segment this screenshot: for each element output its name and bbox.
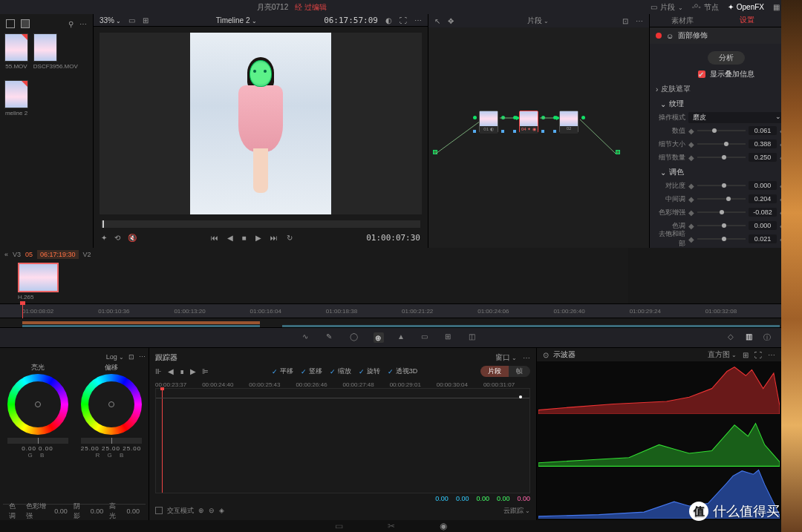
wheel-options-icon[interactable]: ⊡: [128, 353, 134, 361]
keyframe-icon[interactable]: ◆: [688, 182, 694, 190]
keyframe-icon[interactable]: ◆: [688, 235, 694, 243]
tracker-option[interactable]: ✓缩放: [330, 367, 351, 376]
wheel-jog[interactable]: [7, 438, 68, 444]
param-value[interactable]: 0.000: [749, 221, 777, 230]
curves-icon[interactable]: ∿: [302, 332, 313, 343]
node-editor[interactable]: ↖ ✥ 片段 ⊡ ⋯ 01 ◐ 04 ✦ ◉ 02: [428, 14, 649, 248]
key-icon[interactable]: ▭: [421, 332, 431, 343]
param-slider[interactable]: [697, 238, 746, 240]
param-value[interactable]: 0.000: [749, 181, 777, 190]
scopes-icon[interactable]: ▥: [746, 332, 756, 343]
param-slider[interactable]: [697, 143, 746, 145]
keyframe-icon[interactable]: ◆: [688, 154, 694, 162]
tracker-option[interactable]: ✓竖移: [301, 367, 322, 376]
color-node[interactable]: 04 ✦ ◉: [519, 111, 538, 133]
scope-expand-icon[interactable]: ⛶: [754, 351, 762, 359]
reverse-icon[interactable]: «: [4, 251, 8, 258]
info-icon[interactable]: ⓘ: [763, 332, 774, 343]
viewer-canvas[interactable]: [100, 33, 422, 214]
clip-thumb[interactable]: meline 2: [4, 80, 28, 116]
add-point-icon[interactable]: ⊕: [198, 507, 204, 514]
keyframe-icon[interactable]: ◆: [688, 127, 694, 135]
tracker-playhead[interactable]: [162, 389, 163, 493]
param-value[interactable]: 0.021: [749, 234, 777, 243]
mode-select[interactable]: 磨皮⌄: [688, 112, 786, 123]
graph-output[interactable]: [616, 150, 620, 154]
section-texture[interactable]: ⌄纹理: [656, 99, 796, 109]
analyze-button[interactable]: 分析: [708, 51, 745, 65]
wheel-jog[interactable]: [81, 438, 142, 444]
tracker-option[interactable]: ✓平移: [272, 367, 293, 376]
qualifier-icon[interactable]: ✎: [326, 332, 336, 343]
last-frame-button[interactable]: ⏭: [270, 234, 278, 242]
split-icon[interactable]: ⊞: [143, 16, 149, 24]
param-slider[interactable]: [697, 211, 746, 213]
zoom-dropdown[interactable]: 33%: [100, 16, 121, 24]
keyframe-icon[interactable]: ◆: [688, 222, 694, 230]
stop-button[interactable]: ■: [242, 234, 247, 242]
track-v3[interactable]: V3: [13, 251, 21, 258]
enable-dot-icon[interactable]: [656, 33, 662, 39]
zoom-to-fit-icon[interactable]: ⊡: [622, 17, 628, 25]
grid-view-icon[interactable]: [21, 19, 30, 28]
blur-icon[interactable]: ▲: [397, 332, 408, 343]
record-timecode[interactable]: 01:00:07:30: [366, 233, 420, 243]
loop-mode-icon[interactable]: ⟲: [114, 234, 120, 242]
track-forward-icon[interactable]: ▶: [190, 367, 196, 375]
keyframe-icon[interactable]: ◆: [688, 140, 694, 148]
section-skin-mask[interactable]: ›皮肤遮罩: [656, 84, 796, 94]
clip-thumb[interactable]: DSCF3956.MOV: [33, 33, 78, 70]
window-icon[interactable]: ◯: [350, 332, 360, 343]
color-node[interactable]: 02: [559, 111, 578, 133]
color-wheel[interactable]: [81, 374, 142, 435]
track-reverse-icon[interactable]: ◀: [168, 367, 174, 375]
reverse-button[interactable]: ◀: [227, 234, 233, 242]
param-slider[interactable]: [697, 225, 746, 226]
param-value[interactable]: -0.082: [749, 208, 777, 217]
param-slider[interactable]: [697, 130, 746, 131]
tab-gallery[interactable]: ▭片段: [651, 2, 683, 13]
param-slider[interactable]: [697, 198, 746, 200]
tracker-options-icon[interactable]: ⋯: [523, 354, 530, 362]
tracker-ruler[interactable]: 00:00:23:3700:00:24:4000:00:25:4300:00:2…: [155, 381, 530, 388]
tab-openfx[interactable]: ✦OpenFX: [728, 3, 764, 11]
param-value[interactable]: 0.061: [749, 126, 777, 135]
page-color-icon[interactable]: ◉: [440, 521, 447, 531]
scope-options-icon[interactable]: ⋯: [768, 351, 775, 359]
keyframe-icon[interactable]: ◆: [688, 208, 694, 217]
search-icon[interactable]: ⚲: [68, 20, 74, 28]
loop-icon[interactable]: ◐: [385, 16, 392, 24]
param-value[interactable]: 0.204: [749, 194, 777, 203]
overlay-checkbox-row[interactable]: ✔ 显示叠加信息: [656, 69, 796, 79]
timeline-tracks[interactable]: [0, 318, 781, 327]
expand-icon[interactable]: ⛶: [400, 16, 407, 24]
cloud-tracker-select[interactable]: 云跟踪: [503, 506, 530, 516]
tab-nodes[interactable]: ◦ᴼ◦节点: [692, 2, 719, 13]
page-cut-icon[interactable]: ✂: [388, 521, 395, 531]
pill-frame[interactable]: 帧: [509, 366, 530, 377]
color-node[interactable]: 01 ◐: [479, 111, 498, 133]
scope-lock-icon[interactable]: ⊙: [543, 351, 549, 359]
param-value[interactable]: 0.388: [749, 139, 777, 148]
first-frame-button[interactable]: ⏮: [211, 234, 218, 242]
tracker-menu[interactable]: 窗口: [495, 352, 517, 363]
cursor-icon[interactable]: ↖: [434, 17, 440, 25]
track-v2[interactable]: V2: [83, 251, 91, 258]
wheel-more-icon[interactable]: ⋯: [139, 353, 146, 361]
color-wheel[interactable]: [7, 374, 68, 435]
viewer-options-icon[interactable]: ⋯: [414, 16, 422, 24]
wheels-mode[interactable]: Log: [106, 353, 124, 361]
param-slider[interactable]: [697, 157, 746, 158]
tab-settings[interactable]: 设置: [715, 13, 780, 29]
track-05[interactable]: 05: [25, 251, 33, 258]
set-point-icon[interactable]: ◈: [219, 507, 224, 514]
options-icon[interactable]: ⋯: [79, 20, 87, 28]
track-forward-one-icon[interactable]: ⊫: [202, 367, 209, 375]
tracker-graph[interactable]: [155, 388, 530, 493]
track-stop-icon[interactable]: ∎: [180, 367, 184, 375]
loop-button[interactable]: ↻: [287, 234, 293, 242]
keyframe-icon[interactable]: ◆: [688, 195, 694, 203]
scrubber[interactable]: [101, 220, 420, 228]
clip-thumb[interactable]: 55.MOV: [4, 33, 28, 70]
remove-point-icon[interactable]: ⊖: [209, 507, 215, 514]
